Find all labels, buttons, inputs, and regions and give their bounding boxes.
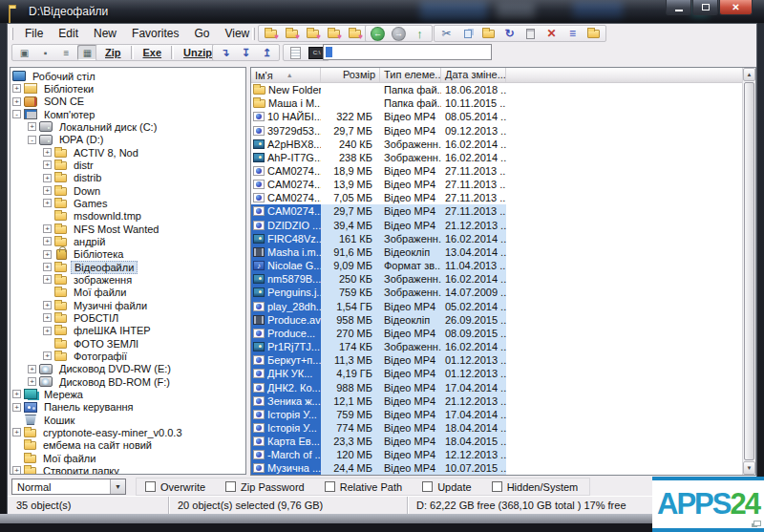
- expand-box-icon[interactable]: +: [43, 199, 52, 207]
- toolbar-grip[interactable]: [252, 28, 255, 40]
- file-name-cell[interactable]: A2pHBX8...: [251, 138, 321, 151]
- new-folder-button[interactable]: [584, 26, 604, 41]
- file-name-cell[interactable]: 10 НАЙБІ...: [251, 110, 321, 123]
- file-name-cell[interactable]: Беркут+п...: [251, 353, 321, 367]
- expand-box-icon[interactable]: +: [43, 148, 52, 157]
- file-name-cell[interactable]: Зеника ж...: [251, 394, 321, 408]
- file-row[interactable]: -March of ...120 МБВідео MP412.12.2013 .…: [251, 448, 742, 461]
- extract-button[interactable]: ↧: [236, 45, 256, 60]
- file-name-cell[interactable]: New Folder: [251, 83, 321, 96]
- scrollbar-thumb[interactable]: [744, 82, 754, 460]
- close-button[interactable]: ✕: [719, 0, 753, 15]
- file-row[interactable]: CAM0274...29,7 МБВідео MP427.11.2013 ...: [251, 204, 742, 218]
- file-name-cell[interactable]: CAM0274...: [251, 164, 321, 178]
- expand-box-icon[interactable]: +: [43, 174, 52, 182]
- tree-item[interactable]: +SON CE: [11, 96, 245, 108]
- column-header-date[interactable]: Дата зміне...: [441, 68, 506, 82]
- file-row[interactable]: 39729d53...29,7 МБВідео MP409.12.2013 ..…: [251, 123, 742, 137]
- menu-go[interactable]: Go: [186, 26, 217, 41]
- file-name-cell[interactable]: CAM0274...: [251, 191, 321, 204]
- file-name-cell[interactable]: FIRC48Vz...: [251, 232, 321, 245]
- file-row[interactable]: Produce.avi958 МБВідеокліп26.09.2015 ...: [251, 313, 742, 327]
- notepad-button[interactable]: [286, 45, 306, 60]
- expand-box-icon[interactable]: +: [43, 160, 52, 169]
- tree-item[interactable]: +distr: [11, 159, 245, 171]
- refresh-button[interactable]: ↻: [499, 26, 520, 41]
- tree-item[interactable]: +андрій: [11, 235, 245, 247]
- file-row[interactable]: New FolderПапка фай...18.06.2018 ...: [251, 83, 742, 96]
- tree-item[interactable]: +Створити папку: [11, 464, 245, 475]
- small-icons-button[interactable]: ▪: [35, 45, 55, 60]
- scroll-down-icon[interactable]: ▼: [743, 461, 755, 475]
- checkbox[interactable]: [492, 481, 502, 492]
- column-header-name[interactable]: Ім'я ▲: [251, 68, 321, 82]
- scroll-up-icon[interactable]: ▲: [743, 68, 755, 81]
- tree-item[interactable]: +Бібліотеки: [11, 82, 245, 95]
- file-row[interactable]: A2pHBX8...240 КБЗображенн...16.02.2014 .…: [251, 138, 742, 151]
- tree-item[interactable]: ембема на сайт новий: [11, 439, 245, 452]
- exe-button[interactable]: Exe: [137, 46, 169, 59]
- column-header-size[interactable]: Розмір: [321, 68, 380, 82]
- file-row[interactable]: Penguins.j...759 КБЗображенн...14.07.200…: [251, 286, 742, 299]
- file-row[interactable]: CAM0274...13,9 МБВідео MP427.11.2013 ...: [251, 178, 742, 191]
- option-update[interactable]: Update: [422, 481, 471, 493]
- move-to-folder-button[interactable]: [478, 26, 499, 41]
- file-row[interactable]: Pr1Rj7TJ...174 КБЗображенн...16.02.2014 …: [251, 340, 742, 353]
- file-row[interactable]: ДНК УК...4,19 ГБВідео MP401.12.2013 ...: [251, 367, 742, 380]
- file-name-cell[interactable]: DZIDZIO ...: [251, 219, 321, 232]
- checkbox[interactable]: [225, 481, 236, 492]
- maximize-button[interactable]: [692, 0, 718, 15]
- expand-box-icon[interactable]: +: [12, 428, 21, 436]
- file-name-cell[interactable]: CAM0274...: [251, 178, 321, 191]
- tree-item[interactable]: +Панель керування: [11, 401, 245, 414]
- file-row[interactable]: Беркут+п...11,3 МБВідео MP401.12.2013 ..…: [251, 353, 742, 367]
- view-list-button[interactable]: ≡: [562, 26, 583, 41]
- expand-box-icon[interactable]: +: [43, 301, 52, 309]
- menu-edit[interactable]: Edit: [51, 26, 86, 41]
- file-row[interactable]: Історія У...759 МБВідео MP417.04.2014 ..…: [251, 408, 742, 421]
- file-row[interactable]: nm5879B...250 КБЗображенн...16.02.2014 .…: [251, 272, 742, 286]
- expand-box-icon[interactable]: +: [43, 224, 52, 233]
- expand-box-icon[interactable]: +: [12, 84, 21, 93]
- file-name-cell[interactable]: Produce...: [251, 327, 321, 340]
- dropdown-arrow-icon[interactable]: ▼: [110, 479, 125, 494]
- menu-file[interactable]: File: [17, 26, 51, 41]
- tree-item[interactable]: Кошик: [11, 414, 245, 426]
- file-name-cell[interactable]: ДНК2. Ко...: [251, 380, 321, 394]
- tree-item[interactable]: +Дисковод DVD-RW (E:): [11, 363, 245, 375]
- expand-box-icon[interactable]: +: [43, 327, 52, 335]
- expand-box-icon[interactable]: +: [43, 250, 52, 259]
- tree-item[interactable]: +флеШКА ІНТЕР: [11, 325, 245, 337]
- favorite-folder-button[interactable]: [324, 26, 344, 41]
- tree-item[interactable]: msdownld.tmp: [11, 210, 245, 223]
- expand-box-icon[interactable]: +: [43, 186, 52, 195]
- favorite-folder-button[interactable]: [345, 26, 365, 41]
- file-name-cell[interactable]: CAM0274...: [251, 204, 321, 218]
- file-row[interactable]: Карта Ев...23,3 МБВідео MP418.04.2015 ..…: [251, 435, 742, 448]
- file-row[interactable]: FIRC48Vz...161 КБЗображенн...16.02.2014 …: [251, 232, 742, 245]
- tree-item[interactable]: +Музичні файли: [11, 299, 245, 311]
- expand-box-icon[interactable]: +: [43, 237, 52, 245]
- tree-item[interactable]: +Бібліотека: [11, 248, 245, 261]
- file-name-cell[interactable]: Маша і М...: [251, 96, 321, 110]
- option-hidden-system[interactable]: Hidden/System: [492, 481, 579, 493]
- file-row[interactable]: ДНК2. Ко...988 МБВідео MP417.04.2014 ...: [251, 380, 742, 394]
- tree-item[interactable]: +зображення: [11, 273, 245, 286]
- up-button[interactable]: ↑: [410, 26, 430, 41]
- forward-button[interactable]: →: [389, 26, 409, 41]
- tree-item[interactable]: Мої файли: [11, 452, 245, 464]
- tree-item[interactable]: Мої файли: [11, 287, 245, 299]
- expand-box-icon[interactable]: +: [28, 365, 36, 373]
- tree-item[interactable]: +distrib: [11, 172, 245, 184]
- file-name-cell[interactable]: ДНК УК...: [251, 367, 321, 380]
- file-name-cell[interactable]: -March of ...: [251, 448, 321, 461]
- tree-item[interactable]: Робочий стіл: [11, 70, 245, 82]
- toolbar-grip[interactable]: [11, 28, 13, 40]
- file-row[interactable]: CAM0274...18,9 МБВідео MP427.11.2013 ...: [251, 164, 742, 178]
- file-row[interactable]: play_28dh...1,54 ГБВідео MP405.02.2014 .…: [251, 300, 742, 313]
- details-view-button[interactable]: ▦: [77, 45, 97, 60]
- favorite-folder-button[interactable]: [303, 26, 323, 41]
- file-row[interactable]: Зеника ж...12,1 МБВідео MP421.12.2013 ..…: [251, 394, 742, 408]
- copy-button[interactable]: [457, 26, 478, 41]
- collapse-box-icon[interactable]: -: [28, 136, 36, 144]
